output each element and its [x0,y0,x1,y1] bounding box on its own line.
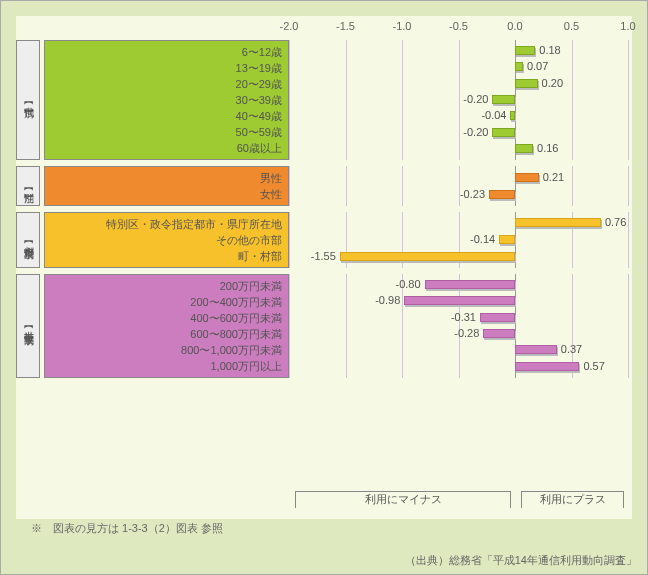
row-label: 6〜12歳 [45,44,282,60]
bar-row: 0.76 [289,216,632,230]
x-tick-label: 0.0 [507,20,522,32]
source-citation: （出典）総務省「平成14年通信利用動向調査」 [405,553,637,568]
value-label: 0.18 [539,44,560,56]
value-label: 0.37 [561,343,582,355]
group-label-column: 男性女性 [44,166,289,206]
axis-label-negative: 利用にマイナス [295,491,511,508]
value-label: -0.20 [463,93,488,105]
row-label: 200万円未満 [45,278,282,294]
value-label: 0.20 [542,77,563,89]
row-label: 30〜39歳 [45,92,282,108]
bar-row: 0.18 [289,44,632,58]
row-label: 400〜600万円未満 [45,310,282,326]
x-tick-label: 0.5 [564,20,579,32]
bar-row: -0.14 [289,233,632,247]
bar-row: -0.31 [289,311,632,325]
bar [499,235,515,244]
group-tab: 【都市規模別】 [16,212,40,268]
group-name: 【性別】 [21,184,35,188]
row-label: 800〜1,000万円未満 [45,342,282,358]
x-axis-bottom: 利用にマイナス利用にプラス [16,491,632,519]
row-label: 特別区・政令指定都市・県庁所在地 [45,216,282,232]
value-label: -0.98 [375,294,400,306]
bar [515,362,579,371]
value-label: 0.21 [543,171,564,183]
axis-label-positive: 利用にプラス [521,491,624,508]
row-label: その他の市部 [45,232,282,248]
bar-row: -0.23 [289,188,632,202]
chart-inner: -2.0-1.5-1.0-0.50.00.51.0 【世代別】6〜12歳13〜1… [16,16,632,519]
bar [510,111,515,120]
row-label: 13〜19歳 [45,60,282,76]
value-label: -0.14 [470,233,495,245]
value-label: -0.31 [451,311,476,323]
bar [492,95,515,104]
value-label: 0.57 [583,360,604,372]
row-label: 町・村部 [45,248,282,264]
bar [480,313,515,322]
group-tab: 【世帯主年収別】 [16,274,40,378]
group-label-column: 特別区・政令指定都市・県庁所在地その他の市部町・村部 [44,212,289,268]
value-label: -0.23 [460,188,485,200]
row-label: 200〜400万円未満 [45,294,282,310]
bar-row: 0.16 [289,142,632,156]
row-label: 60歳以上 [45,140,282,156]
value-label: 0.07 [527,60,548,72]
bar [515,173,539,182]
bar [404,296,515,305]
bar [515,345,557,354]
group-tab: 【性別】 [16,166,40,206]
value-label: -0.80 [396,278,421,290]
value-label: -1.55 [311,250,336,262]
value-label: 0.16 [537,142,558,154]
value-label: -0.04 [481,109,506,121]
bar-row: 0.07 [289,60,632,74]
row-label: 20〜29歳 [45,76,282,92]
row-label: 女性 [45,186,282,202]
bar [515,144,533,153]
bar-row: 0.57 [289,360,632,374]
bar [492,128,515,137]
bar-row: 0.21 [289,171,632,185]
x-axis-top: -2.0-1.5-1.0-0.50.00.51.0 [16,16,632,41]
row-label: 40〜49歳 [45,108,282,124]
row-label: 1,000万円以上 [45,358,282,374]
group: 【世代別】6〜12歳13〜19歳20〜29歳30〜39歳40〜49歳50〜59歳… [16,40,632,160]
value-label: 0.76 [605,216,626,228]
bar [489,190,515,199]
group: 【性別】男性女性0.21-0.23 [16,166,632,206]
bar-row: -1.55 [289,250,632,264]
x-tick-label: -1.5 [336,20,355,32]
row-label: 男性 [45,170,282,186]
x-tick-label: -0.5 [449,20,468,32]
bar-row: -0.28 [289,327,632,341]
footnote: ※ 図表の見方は 1-3-3（2）図表 参照 [31,521,223,536]
group-bars: 0.180.070.20-0.20-0.04-0.200.16 [289,40,632,160]
group-name: 【都市規模別】 [21,237,35,244]
x-tick-label: -1.0 [393,20,412,32]
group-bars: 0.76-0.14-1.55 [289,212,632,268]
chart-container: -2.0-1.5-1.0-0.50.00.51.0 【世代別】6〜12歳13〜1… [0,0,648,575]
group-tab: 【世代別】 [16,40,40,160]
group-name: 【世代別】 [21,98,35,103]
row-label: 600〜800万円未満 [45,326,282,342]
bar [515,218,601,227]
bar [515,62,523,71]
bar [483,329,515,338]
group-label-column: 6〜12歳13〜19歳20〜29歳30〜39歳40〜49歳50〜59歳60歳以上 [44,40,289,160]
value-label: -0.28 [454,327,479,339]
bar [515,79,538,88]
plot-area: 【世代別】6〜12歳13〜19歳20〜29歳30〜39歳40〜49歳50〜59歳… [16,40,632,489]
x-tick-label: -2.0 [280,20,299,32]
group-bars: 0.21-0.23 [289,166,632,206]
group-label-column: 200万円未満200〜400万円未満400〜600万円未満600〜800万円未満… [44,274,289,378]
group-name: 【世帯主年収別】 [21,322,35,330]
bar-row: -0.20 [289,93,632,107]
bar [340,252,515,261]
bar-row: -0.20 [289,126,632,140]
group: 【都市規模別】特別区・政令指定都市・県庁所在地その他の市部町・村部0.76-0.… [16,212,632,268]
bar-row: -0.98 [289,294,632,308]
bar-row: 0.37 [289,343,632,357]
x-tick-label: 1.0 [620,20,635,32]
group: 【世帯主年収別】200万円未満200〜400万円未満400〜600万円未満600… [16,274,632,378]
